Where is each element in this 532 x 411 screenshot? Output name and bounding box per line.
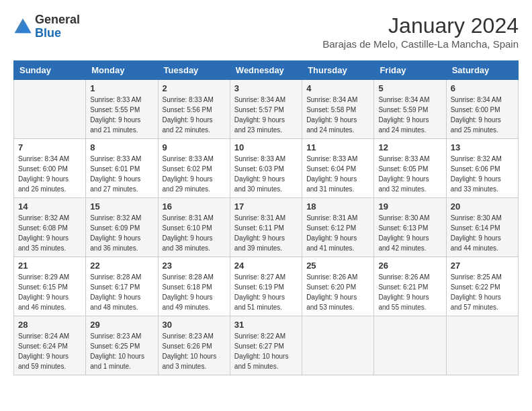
day-info: Sunrise: 8:33 AMSunset: 6:04 PMDaylight:… — [306, 154, 369, 194]
day-cell: 31Sunrise: 8:22 AMSunset: 6:27 PMDayligh… — [230, 316, 302, 375]
day-number: 16 — [163, 201, 226, 212]
calendar-table: SundayMondayTuesdayWednesdayThursdayFrid… — [13, 60, 519, 375]
day-cell: 17Sunrise: 8:31 AMSunset: 6:11 PMDayligh… — [230, 198, 302, 257]
day-info: Sunrise: 8:30 AMSunset: 6:14 PMDaylight:… — [451, 213, 514, 253]
day-number: 27 — [451, 261, 514, 271]
day-number: 13 — [451, 142, 514, 152]
day-cell: 15Sunrise: 8:32 AMSunset: 6:09 PMDayligh… — [86, 198, 158, 257]
day-cell: 16Sunrise: 8:31 AMSunset: 6:10 PMDayligh… — [158, 198, 230, 257]
day-info: Sunrise: 8:29 AMSunset: 6:15 PMDaylight:… — [18, 272, 81, 312]
day-info: Sunrise: 8:33 AMSunset: 6:05 PMDaylight:… — [378, 154, 441, 194]
day-info: Sunrise: 8:28 AMSunset: 6:17 PMDaylight:… — [90, 272, 153, 312]
day-info: Sunrise: 8:32 AMSunset: 6:08 PMDaylight:… — [18, 213, 81, 253]
day-cell — [302, 316, 374, 375]
day-number: 29 — [90, 320, 153, 330]
day-info: Sunrise: 8:23 AMSunset: 6:25 PMDaylight:… — [90, 331, 153, 371]
location-title: Barajas de Melo, Castille-La Mancha, Spa… — [322, 38, 519, 50]
day-cell: 25Sunrise: 8:26 AMSunset: 6:20 PMDayligh… — [302, 257, 374, 316]
day-number: 28 — [18, 320, 81, 330]
day-cell: 18Sunrise: 8:31 AMSunset: 6:12 PMDayligh… — [302, 198, 374, 257]
day-number: 7 — [18, 142, 81, 152]
day-cell: 5Sunrise: 8:34 AMSunset: 5:59 PMDaylight… — [374, 80, 446, 139]
day-cell: 24Sunrise: 8:27 AMSunset: 6:19 PMDayligh… — [230, 257, 302, 316]
day-info: Sunrise: 8:31 AMSunset: 6:12 PMDaylight:… — [306, 213, 369, 253]
day-number: 1 — [90, 83, 153, 93]
week-row-1: 1Sunrise: 8:33 AMSunset: 5:55 PMDaylight… — [14, 80, 519, 139]
week-row-4: 21Sunrise: 8:29 AMSunset: 6:15 PMDayligh… — [14, 257, 519, 316]
day-number: 5 — [378, 83, 441, 93]
day-info: Sunrise: 8:26 AMSunset: 6:20 PMDaylight:… — [306, 272, 369, 312]
day-number: 12 — [378, 142, 441, 152]
day-info: Sunrise: 8:22 AMSunset: 6:27 PMDaylight:… — [234, 331, 298, 371]
day-cell: 10Sunrise: 8:33 AMSunset: 6:03 PMDayligh… — [230, 139, 302, 198]
day-number: 24 — [234, 261, 298, 271]
day-info: Sunrise: 8:33 AMSunset: 6:01 PMDaylight:… — [90, 154, 153, 194]
day-cell: 21Sunrise: 8:29 AMSunset: 6:15 PMDayligh… — [14, 257, 86, 316]
day-info: Sunrise: 8:30 AMSunset: 6:13 PMDaylight:… — [378, 213, 441, 253]
day-cell: 27Sunrise: 8:25 AMSunset: 6:22 PMDayligh… — [446, 257, 518, 316]
day-info: Sunrise: 8:28 AMSunset: 6:18 PMDaylight:… — [163, 272, 226, 312]
day-number: 14 — [18, 201, 81, 212]
day-cell — [374, 316, 446, 375]
day-cell: 23Sunrise: 8:28 AMSunset: 6:18 PMDayligh… — [158, 257, 230, 316]
day-info: Sunrise: 8:33 AMSunset: 5:55 PMDaylight:… — [90, 95, 153, 135]
day-info: Sunrise: 8:25 AMSunset: 6:22 PMDaylight:… — [451, 272, 514, 312]
header-cell-monday: Monday — [86, 61, 158, 80]
day-info: Sunrise: 8:33 AMSunset: 5:56 PMDaylight:… — [163, 95, 226, 135]
week-row-2: 7Sunrise: 8:34 AMSunset: 6:00 PMDaylight… — [14, 139, 519, 198]
logo: General Blue — [13, 13, 80, 40]
day-cell: 1Sunrise: 8:33 AMSunset: 5:55 PMDaylight… — [86, 80, 158, 139]
week-row-5: 28Sunrise: 8:24 AMSunset: 6:24 PMDayligh… — [14, 316, 519, 375]
day-number: 21 — [18, 261, 81, 271]
title-block: January 2024 Barajas de Melo, Castille-L… — [322, 13, 519, 50]
logo-text: General Blue — [35, 13, 80, 40]
day-number: 3 — [234, 83, 298, 93]
day-cell: 3Sunrise: 8:34 AMSunset: 5:57 PMDaylight… — [230, 80, 302, 139]
header-cell-tuesday: Tuesday — [158, 61, 230, 80]
calendar-header: SundayMondayTuesdayWednesdayThursdayFrid… — [14, 61, 519, 80]
day-number: 19 — [378, 201, 441, 212]
day-number: 30 — [163, 320, 226, 330]
header-cell-wednesday: Wednesday — [230, 61, 302, 80]
day-cell — [14, 80, 86, 139]
logo-general: General — [35, 13, 80, 26]
day-info: Sunrise: 8:34 AMSunset: 6:00 PMDaylight:… — [451, 95, 514, 135]
day-cell — [446, 316, 518, 375]
day-info: Sunrise: 8:26 AMSunset: 6:21 PMDaylight:… — [378, 272, 441, 312]
day-number: 31 — [234, 320, 298, 330]
day-number: 25 — [306, 261, 369, 271]
day-info: Sunrise: 8:34 AMSunset: 5:58 PMDaylight:… — [306, 95, 369, 135]
day-number: 9 — [163, 142, 226, 152]
logo-blue: Blue — [35, 26, 61, 40]
calendar-body: 1Sunrise: 8:33 AMSunset: 5:55 PMDaylight… — [14, 80, 519, 375]
day-info: Sunrise: 8:23 AMSunset: 6:26 PMDaylight:… — [163, 331, 226, 371]
day-number: 6 — [451, 83, 514, 93]
day-info: Sunrise: 8:34 AMSunset: 5:57 PMDaylight:… — [234, 95, 298, 135]
day-info: Sunrise: 8:31 AMSunset: 6:10 PMDaylight:… — [163, 213, 226, 253]
day-number: 22 — [90, 261, 153, 271]
day-cell: 28Sunrise: 8:24 AMSunset: 6:24 PMDayligh… — [14, 316, 86, 375]
day-info: Sunrise: 8:27 AMSunset: 6:19 PMDaylight:… — [234, 272, 298, 312]
day-cell: 19Sunrise: 8:30 AMSunset: 6:13 PMDayligh… — [374, 198, 446, 257]
day-info: Sunrise: 8:34 AMSunset: 5:59 PMDaylight:… — [378, 95, 441, 135]
day-number: 8 — [90, 142, 153, 152]
day-number: 23 — [163, 261, 226, 271]
day-cell: 11Sunrise: 8:33 AMSunset: 6:04 PMDayligh… — [302, 139, 374, 198]
day-cell: 30Sunrise: 8:23 AMSunset: 6:26 PMDayligh… — [158, 316, 230, 375]
day-info: Sunrise: 8:32 AMSunset: 6:09 PMDaylight:… — [90, 213, 153, 253]
day-cell: 9Sunrise: 8:33 AMSunset: 6:02 PMDaylight… — [158, 139, 230, 198]
day-cell: 2Sunrise: 8:33 AMSunset: 5:56 PMDaylight… — [158, 80, 230, 139]
page-header: General Blue January 2024 Barajas de Mel… — [13, 13, 519, 50]
day-cell: 6Sunrise: 8:34 AMSunset: 6:00 PMDaylight… — [446, 80, 518, 139]
day-number: 17 — [234, 201, 298, 212]
day-info: Sunrise: 8:34 AMSunset: 6:00 PMDaylight:… — [18, 154, 81, 194]
header-row: SundayMondayTuesdayWednesdayThursdayFrid… — [14, 61, 519, 80]
day-number: 20 — [451, 201, 514, 212]
header-cell-saturday: Saturday — [446, 61, 518, 80]
day-cell: 13Sunrise: 8:32 AMSunset: 6:06 PMDayligh… — [446, 139, 518, 198]
header-cell-friday: Friday — [374, 61, 446, 80]
day-cell: 20Sunrise: 8:30 AMSunset: 6:14 PMDayligh… — [446, 198, 518, 257]
day-number: 15 — [90, 201, 153, 212]
week-row-3: 14Sunrise: 8:32 AMSunset: 6:08 PMDayligh… — [14, 198, 519, 257]
header-cell-thursday: Thursday — [302, 61, 374, 80]
